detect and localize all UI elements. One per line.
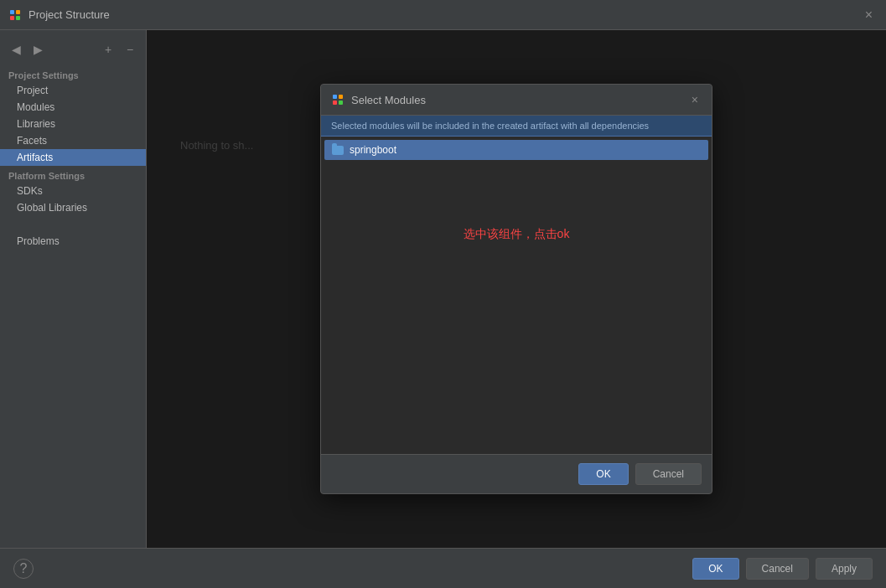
window-title: Project Structure [28, 8, 860, 21]
remove-button[interactable]: − [121, 40, 139, 59]
sidebar-item-problems[interactable]: Problems [0, 233, 146, 250]
ok-button[interactable]: OK [692, 558, 738, 580]
apply-button[interactable]: Apply [816, 558, 873, 580]
content-area: Nothing to sh... Select Modules × [147, 30, 886, 548]
dialog-content: Selected modules will be included in the… [321, 116, 712, 454]
sidebar: ◀ ▶ + − Project Settings Project Modules… [0, 30, 147, 548]
svg-rect-1 [16, 10, 20, 14]
dialog-ok-button[interactable]: OK [578, 463, 628, 485]
module-item-label: springboot [350, 144, 396, 156]
svg-rect-0 [10, 10, 14, 14]
svg-rect-6 [333, 101, 337, 105]
module-list-item[interactable]: springboot [324, 140, 708, 160]
annotation-text: 选中该组件，点击ok [324, 210, 708, 259]
dialog-title: Select Modules [351, 94, 688, 106]
platform-settings-section: Platform Settings [0, 166, 146, 183]
module-folder-icon [331, 143, 345, 157]
dialog-icon [331, 93, 345, 106]
dialog-cancel-button[interactable]: Cancel [635, 463, 702, 485]
dialog-footer: OK Cancel [321, 454, 712, 493]
dialog-info-text: Selected modules will be included in the… [321, 116, 712, 137]
cancel-button[interactable]: Cancel [746, 558, 809, 580]
sidebar-item-artifacts[interactable]: Artifacts [0, 149, 146, 166]
svg-rect-3 [16, 16, 20, 20]
project-settings-section: Project Settings [0, 65, 146, 82]
sidebar-item-modules[interactable]: Modules [0, 99, 146, 116]
svg-rect-7 [339, 101, 343, 105]
help-button[interactable]: ? [13, 559, 34, 579]
sidebar-item-libraries[interactable]: Libraries [0, 116, 146, 132]
dialog-titlebar: Select Modules × [321, 85, 712, 116]
sidebar-item-facets[interactable]: Facets [0, 132, 146, 149]
app-icon [8, 8, 22, 22]
main-layout: ◀ ▶ + − Project Settings Project Modules… [0, 30, 886, 548]
sidebar-toolbar: ◀ ▶ + − [0, 37, 146, 65]
window-close-button[interactable]: × [860, 6, 878, 24]
module-list: springboot 选中该组件，点击ok [321, 137, 712, 454]
sidebar-item-project[interactable]: Project [0, 82, 146, 99]
title-bar: Project Structure × [0, 0, 886, 30]
sidebar-item-global-libraries[interactable]: Global Libraries [0, 199, 146, 216]
svg-rect-4 [333, 95, 337, 99]
svg-rect-2 [10, 16, 14, 20]
nav-back-button[interactable]: ◀ [7, 40, 25, 59]
bottom-bar: ? OK Cancel Apply [0, 548, 886, 588]
sidebar-item-sdks[interactable]: SDKs [0, 183, 146, 199]
svg-rect-5 [339, 95, 343, 99]
dialog-close-button[interactable]: × [688, 91, 702, 108]
modal-overlay: Select Modules × Selected modules will b… [147, 30, 886, 548]
select-modules-dialog: Select Modules × Selected modules will b… [320, 84, 712, 494]
add-button[interactable]: + [99, 40, 117, 59]
nav-forward-button[interactable]: ▶ [28, 40, 47, 59]
